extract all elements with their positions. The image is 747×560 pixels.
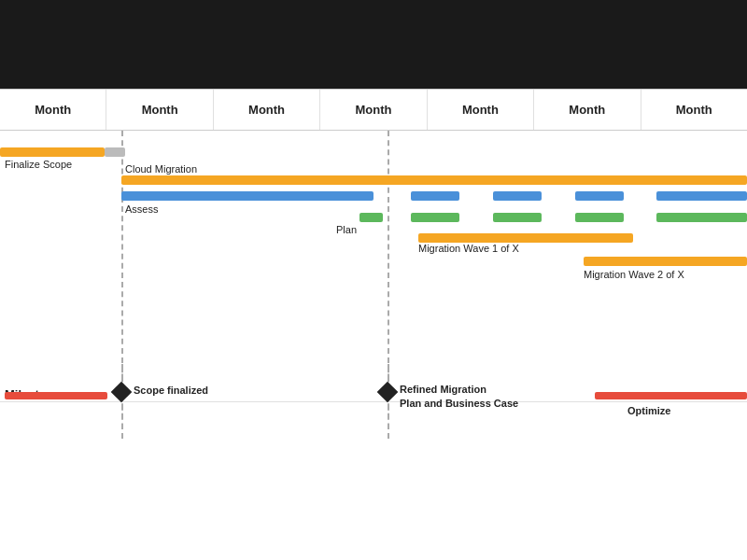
plan-bar-2 (411, 213, 459, 222)
optimize-bar (595, 392, 747, 399)
finalize-scope-orange-bar (0, 147, 105, 157)
assess-bar-2 (411, 191, 459, 201)
plan-bar-3 (493, 213, 542, 222)
wave1-label: Migration Wave 1 of X (418, 243, 519, 254)
diamond-refined-migration (377, 382, 399, 403)
wave1-bar (418, 233, 633, 243)
assess-bar-5 (656, 191, 747, 201)
plan-bar-4 (575, 213, 624, 222)
milestone-left-indicator (5, 392, 107, 399)
month-cell-7: Month (641, 90, 747, 130)
assess-bar-3 (493, 191, 542, 201)
cloud-migration-bar (121, 175, 747, 185)
month-cell-1: Month (0, 90, 106, 130)
assess-bar-1 (121, 191, 374, 201)
top-banner (0, 0, 747, 89)
month-cell-3: Month (214, 90, 320, 130)
month-cell-6: Month (534, 90, 641, 130)
scope-finalized-text: Scope finalized (134, 385, 208, 396)
wave2-bar (584, 257, 747, 266)
plan-bar-1 (359, 213, 383, 222)
diamond-scope-finalized (111, 382, 133, 403)
milestone-area: Milestone Scope finalized Refined Migrat… (0, 364, 747, 476)
plan-label: Plan (336, 224, 357, 235)
month-cell-2: Month (106, 90, 213, 130)
assess-bar-4 (575, 191, 624, 201)
cloud-migration-label: Cloud Migration (125, 163, 197, 175)
refined-migration-text: Refined MigrationPlan and Business Case (400, 383, 518, 412)
month-cell-4: Month (320, 90, 427, 130)
finalize-scope-label: Finalize Scope (5, 159, 72, 170)
plan-bar-5 (656, 213, 747, 222)
month-header-row: Month Month Month Month Month Month Mont… (0, 89, 747, 131)
wave2-label: Migration Wave 2 of X (584, 269, 684, 280)
month-cell-5: Month (428, 90, 534, 130)
finalize-scope-gray-bar (105, 147, 125, 157)
assess-label: Assess (125, 203, 158, 215)
optimize-text: Optimize (627, 405, 670, 416)
